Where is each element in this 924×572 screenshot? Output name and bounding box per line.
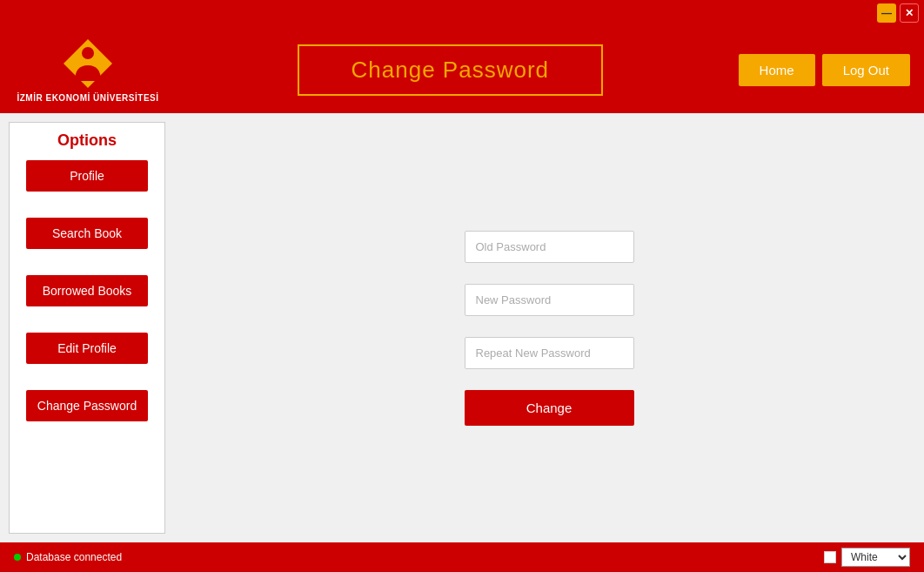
close-button[interactable]: ✕ [900,3,919,23]
status-bar: Database connected White [0,542,924,572]
logout-button[interactable]: Log Out [822,54,910,86]
title-bar: — ✕ [0,0,924,26]
change-password-button[interactable]: Change [465,390,634,426]
svg-point-1 [82,47,94,59]
db-status-label: Database connected [26,551,122,563]
repeat-password-input[interactable] [465,337,634,369]
status-dot [14,554,21,561]
sidebar-title: Options [57,131,117,150]
page-title-box: Change Password [176,44,725,96]
sidebar-profile-button[interactable]: Profile [26,160,148,192]
new-password-input[interactable] [465,284,634,316]
page-title: Change Password [298,44,603,96]
header: İZMİR EKONOMİ ÜNİVERSİTESİ Change Passwo… [0,26,924,113]
university-logo [62,37,114,90]
status-text: Database connected [14,551,122,563]
sidebar-search-book-button[interactable]: Search Book [26,218,148,249]
sidebar-borrowed-books-button[interactable]: Borrowed Books [26,275,148,306]
sidebar-edit-profile-button[interactable]: Edit Profile [26,333,148,364]
logo-area: İZMİR EKONOMİ ÜNİVERSİTESİ [14,37,162,103]
main-content: Options Profile Search Book Borrowed Boo… [0,113,924,542]
header-buttons: Home Log Out [739,54,910,86]
form-area: Change [174,113,924,542]
sidebar-change-password-button[interactable]: Change Password [26,390,148,421]
theme-selector: White [824,548,910,567]
logo-text: İZMİR EKONOMİ ÜNİVERSİTESİ [17,93,158,103]
minimize-button[interactable]: — [877,3,896,23]
theme-select[interactable]: White [841,548,910,567]
theme-checkbox[interactable] [824,551,836,563]
sidebar: Options Profile Search Book Borrowed Boo… [9,122,165,534]
old-password-input[interactable] [465,231,634,263]
home-button[interactable]: Home [739,54,815,86]
